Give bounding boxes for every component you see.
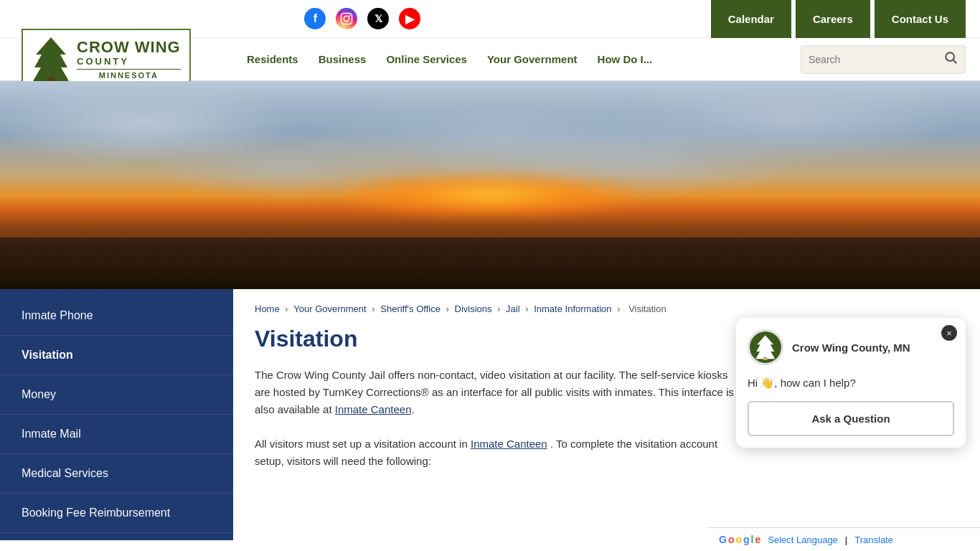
search-button[interactable] (943, 50, 958, 68)
contact-us-button[interactable]: Contact Us (875, 0, 966, 38)
sidebar-item-booking-fee[interactable]: Booking Fee Reimbursement (0, 494, 233, 533)
svg-point-2 (349, 15, 350, 17)
breadcrumb-sep-6: › (617, 303, 623, 314)
content-area: Home › Your Government › Sheriff's Offic… (233, 289, 980, 540)
x-twitter-icon[interactable]: 𝕏 (367, 8, 389, 29)
inmate-canteen-link-2[interactable]: Inmate Canteen (471, 438, 547, 450)
select-language-link[interactable]: Select Language (768, 534, 838, 541)
svg-rect-8 (763, 357, 767, 360)
logo-county: COUNTY (77, 56, 129, 67)
sidebar-item-visitation[interactable]: Visitation (0, 336, 233, 375)
calendar-button[interactable]: Calendar (711, 0, 791, 38)
hero-sunset-glow (347, 174, 633, 217)
svg-point-1 (344, 16, 350, 22)
logo-minnesota: MINNESOTA (77, 69, 181, 80)
google-logo: Google (719, 534, 760, 540)
translate-link[interactable]: Translate (854, 534, 893, 541)
breadcrumb-current: Visitation (628, 303, 666, 314)
nav-business[interactable]: Business (308, 53, 377, 65)
sidebar-item-inmate-phone[interactable]: Inmate Phone (0, 296, 233, 336)
youtube-icon[interactable]: ▶ (399, 8, 420, 29)
breadcrumb-sheriffs-office[interactable]: Sheriff's Office (380, 303, 440, 314)
breadcrumb-divisions[interactable]: Divisions (455, 303, 492, 314)
instagram-icon[interactable] (336, 8, 357, 29)
chat-widget: Crow Wing County, MN × Hi 👋, how can I h… (736, 318, 966, 448)
breadcrumb-sep-3: › (446, 303, 452, 314)
hero-background (0, 81, 980, 289)
body-p1-text: The Crow Wing County Jail offers non-con… (255, 369, 734, 415)
search-input[interactable] (809, 54, 943, 65)
svg-point-5 (946, 52, 954, 61)
sidebar: Inmate Phone Visitation Money Inmate Mai… (0, 289, 233, 540)
body-paragraph-1: The Crow Wing County Jail offers non-con… (255, 367, 743, 418)
chat-logo-icon (755, 334, 776, 361)
translate-select-area: Select Language (768, 534, 838, 541)
nav-how-do-i[interactable]: How Do I... (588, 53, 663, 65)
breadcrumb-inmate-information[interactable]: Inmate Information (534, 303, 611, 314)
breadcrumb-home[interactable]: Home (255, 303, 280, 314)
nav-residents[interactable]: Residents (237, 53, 308, 65)
chat-close-button[interactable]: × (941, 325, 957, 341)
svg-marker-3 (33, 37, 69, 81)
inmate-canteen-link-1[interactable]: Inmate Canteen (335, 403, 412, 415)
nav-links: Residents Business Online Services Your … (237, 53, 801, 65)
breadcrumb-jail[interactable]: Jail (506, 303, 520, 314)
hero-banner (0, 81, 980, 289)
chat-header: Crow Wing County, MN × (736, 318, 966, 374)
breadcrumb-sep-4: › (497, 303, 503, 314)
nav-bar: CROW WING COUNTY MINNESOTA Residents Bus… (0, 38, 980, 81)
svg-line-6 (953, 60, 957, 64)
sidebar-item-money[interactable]: Money (0, 375, 233, 415)
ask-question-button[interactable]: Ask a Question (748, 401, 954, 436)
facebook-icon[interactable]: f (304, 8, 326, 29)
careers-button[interactable]: Careers (796, 0, 870, 38)
logo-crow-wing: CROW WING (77, 39, 181, 56)
translate-bar: Google Select Language | Translate (707, 527, 980, 540)
svg-rect-0 (341, 14, 352, 24)
breadcrumb: Home › Your Government › Sheriff's Offic… (255, 303, 958, 314)
chat-avatar-inner (750, 331, 781, 363)
body-paragraph-2: All visitors must set up a visitation ac… (255, 435, 743, 470)
sidebar-item-inmate-mail[interactable]: Inmate Mail (0, 415, 233, 454)
svg-marker-7 (755, 335, 775, 359)
chat-title: Crow Wing County, MN (792, 342, 910, 354)
page-body: The Crow Wing County Jail offers non-con… (255, 367, 743, 470)
sidebar-item-medical-services[interactable]: Medical Services (0, 454, 233, 494)
breadcrumb-your-government[interactable]: Your Government (293, 303, 366, 314)
body-p2-start: All visitors must set up a visitation ac… (255, 438, 468, 450)
header-buttons: Calendar Careers Contact Us (711, 0, 966, 38)
hero-water (0, 237, 980, 290)
logo-text: CROW WING COUNTY MINNESOTA (77, 39, 181, 80)
breadcrumb-sep-2: › (372, 303, 377, 314)
chat-avatar (748, 329, 783, 365)
translate-label: | (845, 534, 847, 541)
breadcrumb-sep-1: › (285, 303, 291, 314)
logo-tree-icon (32, 34, 71, 85)
nav-your-government[interactable]: Your Government (477, 53, 588, 65)
breadcrumb-sep-5: › (525, 303, 531, 314)
nav-online-services[interactable]: Online Services (376, 53, 477, 65)
search-box (801, 45, 966, 74)
main-content: Inmate Phone Visitation Money Inmate Mai… (0, 289, 980, 540)
chat-greeting: Hi 👋, how can I help? (736, 374, 966, 401)
